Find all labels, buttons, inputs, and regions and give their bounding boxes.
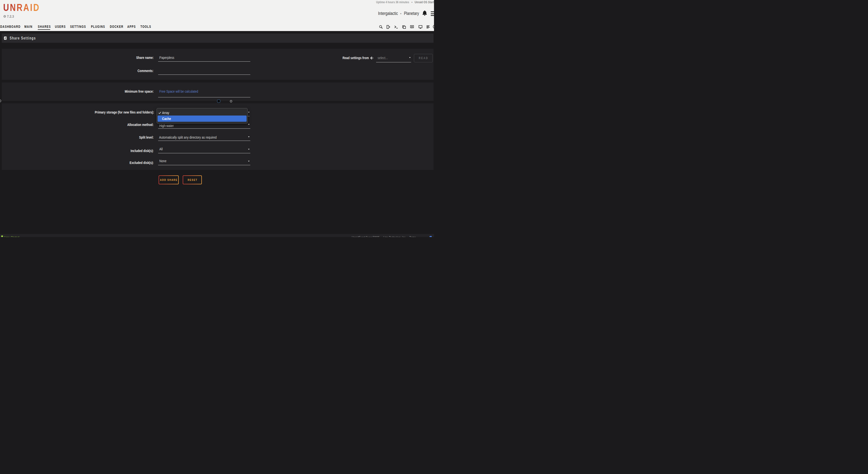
svg-text:UNRAID: UNRAID — [3, 2, 40, 12]
